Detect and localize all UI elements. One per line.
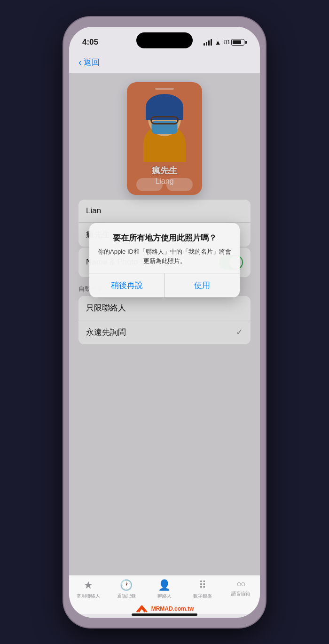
chevron-left-icon: ‹ [78,57,82,68]
watermark-text: MRMAD.com.tw [151,605,194,612]
signal-bars-icon [204,39,212,46]
alert-overlay: 要在所有地方使用此照片嗎？ 你的Apple ID和「聯絡人」中的「我的名片」將會… [69,73,260,575]
person-icon: 👤 [158,579,171,591]
tab-contacts-label: 聯絡人 [157,593,172,599]
alert-buttons: 稍後再說 使用 [89,273,240,297]
phone-frame: 4:05 ▲ 81 [63,17,266,628]
status-bar: 4:05 ▲ 81 [69,27,260,52]
content-area: 瘋先生 Liang Lian 瘋先生 Name & [69,73,260,575]
clock-icon: 🕐 [120,579,133,591]
keypad-icon: ⠿ [199,579,206,591]
status-icons: ▲ 81 [204,39,247,46]
home-indicator [132,613,197,616]
voicemail-icon: ○○ [236,579,245,589]
tab-voicemail-label: 語音信箱 [231,590,250,597]
dynamic-island [136,32,193,48]
phone-screen: 4:05 ▲ 81 [69,27,260,618]
wifi-icon: ▲ [215,39,221,46]
battery-icon: 81 [224,39,247,46]
alert-message: 你的Apple ID和「聯絡人」中的「我的名片」將會更新為此照片。 [97,247,232,265]
back-button[interactable]: ‹ 返回 [78,57,100,68]
star-icon: ★ [84,579,93,591]
tab-favorites[interactable]: ★ 常用聯絡人 [74,579,102,599]
alert-confirm-button[interactable]: 使用 [165,273,240,297]
tab-recents-label: 通話記錄 [117,593,136,599]
tab-voicemail[interactable]: ○○ 語音信箱 [227,579,255,597]
watermark: MRMAD.com.tw [135,604,194,613]
alert-dialog: 要在所有地方使用此照片嗎？ 你的Apple ID和「聯絡人」中的「我的名片」將會… [89,223,240,298]
alert-title: 要在所有地方使用此照片嗎？ [97,233,232,244]
battery-level: 81 [224,39,230,46]
mrmad-logo-icon [135,604,149,613]
tab-recents[interactable]: 🕐 通話記錄 [112,579,141,599]
nav-bar: ‹ 返回 [69,52,260,73]
back-label: 返回 [84,57,100,68]
status-time: 4:05 [82,38,98,47]
tab-contacts[interactable]: 👤 聯絡人 [150,579,179,599]
tab-keypad[interactable]: ⠿ 數字鍵盤 [188,579,217,599]
tab-keypad-label: 數字鍵盤 [193,593,212,599]
tab-favorites-label: 常用聯絡人 [77,593,100,599]
alert-content: 要在所有地方使用此照片嗎？ 你的Apple ID和「聯絡人」中的「我的名片」將會… [89,223,240,273]
alert-cancel-button[interactable]: 稍後再說 [89,273,165,297]
